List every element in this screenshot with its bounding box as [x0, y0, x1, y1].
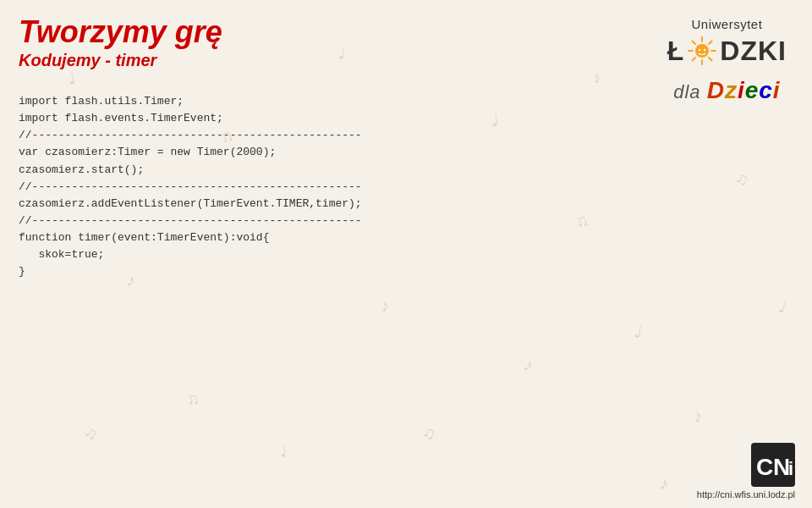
svg-line-6: [709, 41, 712, 45]
svg-line-5: [709, 58, 712, 61]
svg-point-9: [699, 49, 700, 51]
code-line: import flash.utils.Timer;: [19, 93, 362, 110]
code-line: skok=true;: [19, 246, 362, 263]
music-note-decoration: ♫: [733, 168, 751, 190]
dla-dzieci-text: dla D z i e c i: [667, 77, 787, 104]
svg-point-8: [695, 44, 709, 58]
logo-area: Uniwersytet Ł: [667, 17, 787, 104]
music-note-decoration: ♪: [659, 474, 669, 494]
code-block: import flash.utils.Timer;import flash.ev…: [19, 93, 362, 281]
svg-text:i: i: [788, 458, 793, 479]
code-line: //--------------------------------------…: [19, 179, 362, 196]
music-note-decoration: ♩: [490, 110, 499, 131]
music-note-decoration: ♫: [572, 210, 591, 233]
music-note-decoration: ♪: [379, 295, 391, 316]
svg-line-4: [693, 41, 696, 45]
music-note-decoration: ♩: [277, 439, 288, 461]
music-note-decoration: ♩: [776, 295, 788, 317]
code-line: var czasomierz:Timer = new Timer(2000);: [19, 144, 362, 161]
lodz-logo: Ł DZ: [667, 35, 787, 67]
cni-logo-icon: C N i: [751, 443, 795, 487]
svg-line-7: [693, 58, 696, 61]
music-note-decoration: ♩: [337, 42, 347, 64]
code-line: import flash.events.TimerEvent;: [19, 110, 362, 127]
code-line: //--------------------------------------…: [19, 127, 362, 144]
lodz-sun-icon: [686, 35, 718, 67]
title-area: Tworzymy grę Kodujemy - timer: [19, 15, 222, 70]
music-note-decoration: ♪: [521, 355, 535, 376]
code-line: czasomierz.addEventListener(TimerEvent.T…: [19, 196, 362, 213]
code-line: }: [19, 263, 362, 280]
music-note-decoration: ♩: [65, 67, 78, 89]
code-line: function timer(event:TimerEvent):void{: [19, 229, 362, 246]
music-note-decoration: ♪: [590, 67, 604, 88]
music-note-decoration: ♫: [81, 422, 101, 444]
svg-point-10: [704, 49, 705, 51]
cni-url: http://cni.wfis.uni.lodz.pl: [697, 489, 795, 500]
lodz-text-right: DZKI: [720, 36, 787, 67]
music-note-decoration: ♩: [633, 321, 643, 342]
music-note-decoration: ♪: [692, 406, 705, 427]
subtitle: Kodujemy - timer: [19, 51, 222, 70]
main-title: Tworzymy grę: [19, 15, 222, 49]
music-note-decoration: ♫: [420, 422, 437, 444]
music-note-decoration: ♫: [184, 388, 202, 411]
lodz-text-left: Ł: [667, 36, 685, 67]
code-line: //--------------------------------------…: [19, 213, 362, 229]
cni-area: C N i http://cni.wfis.uni.lodz.pl: [697, 443, 795, 500]
svg-text:C: C: [756, 454, 773, 480]
university-text: Uniwersytet: [667, 17, 787, 31]
code-line: czasomierz.start();: [19, 162, 362, 179]
